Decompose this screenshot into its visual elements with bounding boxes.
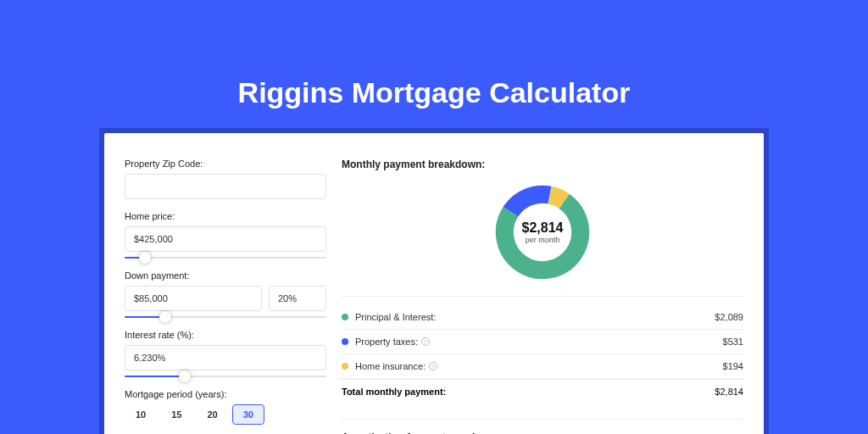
total-label: Total monthly payment: — [342, 387, 715, 397]
mortgage-period-label: Mortgage period (years): — [125, 389, 326, 399]
legend-value-taxes: $531 — [723, 337, 743, 347]
info-icon[interactable]: ? — [421, 337, 430, 346]
legend-value-insurance: $194 — [723, 361, 743, 371]
home-price-field: Home price: — [125, 211, 326, 259]
down-payment-slider[interactable] — [125, 316, 326, 318]
legend-row-taxes: Property taxes: ? $531 — [342, 330, 743, 354]
inputs-column: Property Zip Code: Home price: Down paym… — [125, 159, 326, 434]
down-payment-percent-input[interactable] — [269, 286, 326, 311]
amortization-section: Amortization for mortgage loan Amortizat… — [342, 419, 743, 434]
down-payment-field: Down payment: — [125, 270, 326, 318]
donut-chart-wrap: $2,814 per month — [342, 182, 743, 282]
calculator-card: Property Zip Code: Home price: Down paym… — [104, 133, 764, 434]
page-title: Riggins Mortgage Calculator — [0, 0, 868, 128]
interest-rate-field: Interest rate (%): — [125, 330, 326, 377]
legend-label-insurance: Home insurance: ? — [355, 361, 723, 371]
legend-dot-principal — [342, 314, 348, 320]
home-price-slider-thumb[interactable] — [139, 252, 151, 264]
zip-field: Property Zip Code: — [125, 159, 326, 199]
card-container: Property Zip Code: Home price: Down paym… — [99, 128, 769, 434]
donut-amount: $2,814 — [522, 220, 564, 236]
period-option-30[interactable]: 30 — [232, 404, 264, 425]
legend-value-principal: $2,089 — [715, 312, 743, 322]
home-price-label: Home price: — [125, 211, 326, 221]
info-icon[interactable]: ? — [429, 362, 437, 370]
mortgage-period-options: 10 15 20 30 — [125, 404, 326, 425]
interest-rate-slider-thumb[interactable] — [179, 370, 191, 382]
down-payment-label: Down payment: — [125, 270, 326, 281]
down-payment-amount-input[interactable] — [125, 286, 262, 311]
total-value: $2,814 — [715, 387, 743, 397]
interest-rate-slider[interactable] — [125, 376, 326, 377]
period-option-15[interactable]: 15 — [160, 404, 192, 425]
zip-label: Property Zip Code: — [125, 159, 326, 169]
donut-center: $2,814 per month — [492, 182, 593, 282]
legend-row-principal: Principal & Interest: $2,089 — [342, 305, 743, 330]
mortgage-period-field: Mortgage period (years): 10 15 20 30 — [125, 389, 326, 425]
donut-chart: $2,814 per month — [492, 182, 593, 282]
legend-row-total: Total monthly payment: $2,814 — [342, 379, 743, 403]
legend-dot-taxes — [342, 338, 348, 345]
legend-row-insurance: Home insurance: ? $194 — [342, 354, 743, 379]
donut-sub: per month — [526, 236, 560, 244]
home-price-input[interactable] — [125, 226, 326, 252]
zip-input[interactable] — [125, 174, 326, 199]
legend-label-principal: Principal & Interest: — [355, 312, 715, 322]
breakdown-column: Monthly payment breakdown: $2,814 per mo… — [342, 159, 743, 434]
breakdown-title: Monthly payment breakdown: — [342, 159, 743, 170]
down-payment-slider-thumb[interactable] — [159, 311, 171, 323]
period-option-10[interactable]: 10 — [125, 404, 157, 425]
home-price-slider[interactable] — [125, 257, 326, 259]
legend-label-taxes: Property taxes: ? — [355, 337, 723, 347]
divider — [342, 296, 743, 297]
interest-rate-input[interactable] — [125, 345, 326, 370]
period-option-20[interactable]: 20 — [197, 404, 229, 425]
interest-rate-label: Interest rate (%): — [125, 330, 326, 340]
legend-dot-insurance — [342, 363, 348, 370]
